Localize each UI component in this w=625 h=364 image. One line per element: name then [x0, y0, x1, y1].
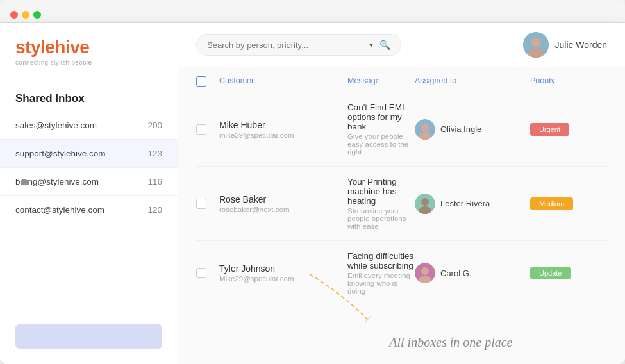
logo-text: stylehive	[15, 37, 162, 58]
search-icon[interactable]: 🔍	[379, 40, 390, 50]
row-checkbox-1[interactable]	[196, 199, 206, 209]
priority-cell: Medium	[530, 197, 607, 210]
sidebar-section-title: Shared Inbox	[0, 78, 178, 112]
search-bar: ▼ 🔍	[196, 34, 401, 56]
inbox-count: 200	[147, 120, 162, 130]
inbox-item-2[interactable]: billing@stylehive.com 116	[0, 168, 178, 196]
svg-point-3	[531, 38, 540, 47]
message-cell: Facing difficulties while subscribing Em…	[347, 251, 415, 295]
table-row[interactable]: Rose Baker rosebaker@next.com Your Print…	[196, 167, 607, 241]
table-row[interactable]: Mike Huber mike29@specular.com Can't Fin…	[196, 92, 607, 167]
svg-point-8	[421, 198, 429, 206]
sidebar-logo: stylehive connecting stylish people	[0, 23, 178, 78]
header-checkbox[interactable]	[196, 76, 206, 87]
inbox-count: 123	[147, 149, 162, 158]
priority-badge: Urgent	[530, 123, 569, 136]
main-header: ▼ 🔍 Julie Worden	[178, 23, 625, 67]
message-preview: Emil every meeting knowing who is doing	[347, 272, 415, 295]
svg-point-5	[421, 124, 429, 131]
row-checkbox-cell	[196, 124, 219, 135]
message-cell: Your Printing machine has heating Stream…	[347, 177, 415, 230]
browser-chrome	[0, 0, 625, 23]
inbox-email: sales@stylehive.com	[15, 120, 97, 130]
avatar	[523, 32, 549, 58]
message-preview: Streamline your people operations with e…	[347, 207, 415, 230]
user-profile: Julie Worden	[523, 32, 607, 58]
th-message: Message	[347, 76, 415, 87]
agent-name: Olivia Ingle	[440, 124, 481, 134]
inbox-email: billing@stylehive.com	[15, 177, 99, 186]
inbox-email: contact@stylehive.com	[15, 205, 104, 215]
customer-name: Mike Huber	[219, 120, 347, 130]
logo-sub: connecting stylish people	[15, 59, 162, 66]
inbox-count: 116	[147, 177, 162, 186]
table-header: Customer Message Assigned to Priority	[196, 67, 607, 92]
message-preview: Give your people easy access to the righ…	[347, 133, 415, 156]
dot-red[interactable]	[10, 11, 18, 19]
header-checkbox-cell	[196, 76, 219, 87]
th-priority: Priority	[530, 76, 607, 87]
inbox-count: 120	[147, 205, 162, 215]
app-container: stylehive connecting stylish people Shar…	[0, 23, 625, 364]
agent-name: Lester Rivera	[440, 199, 490, 208]
row-checkbox-2[interactable]	[196, 268, 206, 278]
customer-name: Rose Baker	[219, 194, 347, 204]
customer-email: mike29@specular.com	[219, 131, 347, 139]
inbox-email: support@stylehive.com	[15, 149, 106, 158]
customer-cell: Rose Baker rosebaker@next.com	[219, 194, 347, 213]
main-content: ▼ 🔍 Julie Worden	[178, 23, 625, 364]
priority-cell: Update	[530, 267, 607, 279]
inbox-item-1[interactable]: support@stylehive.com 123	[0, 140, 178, 168]
row-checkbox-cell	[196, 268, 219, 278]
priority-badge: Update	[530, 267, 571, 279]
row-checkbox-0[interactable]	[196, 124, 206, 135]
inbox-item-0[interactable]: sales@stylehive.com 200	[0, 112, 178, 140]
inbox-item-3[interactable]: contact@stylehive.com 120	[0, 196, 178, 224]
user-name: Julie Worden	[555, 40, 607, 50]
agent-avatar	[415, 263, 435, 283]
filter-icon[interactable]: ▼	[368, 42, 374, 49]
message-subject: Can't Find EMI options for my bank	[347, 103, 415, 131]
customer-cell: Mike Huber mike29@specular.com	[219, 120, 347, 139]
inbox-list: sales@stylehive.com 200 support@stylehiv…	[0, 112, 178, 315]
customer-email: rosebaker@next.com	[219, 206, 347, 213]
table-rows: Mike Huber mike29@specular.com Can't Fin…	[196, 92, 607, 305]
sidebar-button-area	[0, 315, 178, 364]
row-checkbox-cell	[196, 199, 219, 209]
customer-name: Tyler Johnson	[219, 263, 347, 274]
sidebar-action-button[interactable]	[15, 324, 162, 349]
agent-avatar	[415, 119, 435, 140]
priority-badge: Medium	[530, 197, 573, 210]
sidebar: stylehive connecting stylish people Shar…	[0, 23, 178, 364]
table-row[interactable]: Tyler Johnson Mike29@specular.com Facing…	[196, 241, 607, 305]
th-customer: Customer	[219, 76, 347, 87]
agent-avatar	[415, 194, 435, 214]
customer-email: Mike29@specular.com	[219, 275, 347, 283]
message-cell: Can't Find EMI options for my bank Give …	[347, 103, 415, 156]
th-assigned: Assigned to	[415, 76, 530, 87]
agent-name: Carol G.	[440, 269, 471, 278]
svg-point-11	[421, 267, 429, 275]
assigned-cell: Olivia Ingle	[415, 119, 530, 140]
message-subject: Your Printing machine has heating	[347, 177, 415, 206]
priority-cell: Urgent	[530, 123, 607, 136]
dot-green[interactable]	[33, 11, 41, 19]
dot-yellow[interactable]	[22, 11, 29, 19]
customer-cell: Tyler Johnson Mike29@specular.com	[219, 263, 347, 283]
message-subject: Facing difficulties while subscribing	[347, 251, 415, 270]
assigned-cell: Lester Rivera	[415, 194, 530, 214]
table-container: Customer Message Assigned to Priority Mi…	[178, 67, 625, 364]
search-input[interactable]	[207, 40, 363, 50]
assigned-cell: Carol G.	[415, 263, 530, 283]
